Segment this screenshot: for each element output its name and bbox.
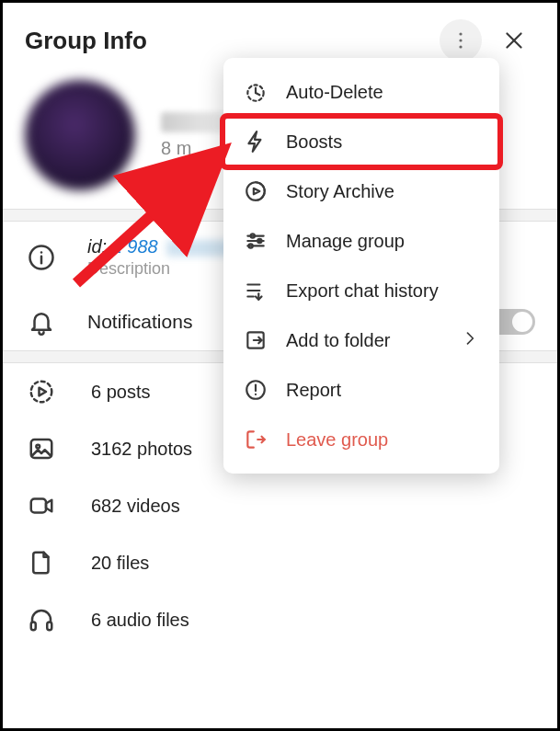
menu-export-history-label: Export chat history bbox=[286, 280, 439, 302]
menu-story-archive[interactable]: Story Archive bbox=[223, 166, 499, 216]
info-icon bbox=[28, 244, 55, 271]
bell-icon bbox=[28, 308, 55, 336]
menu-boosts-label: Boosts bbox=[286, 131, 342, 153]
svg-marker-9 bbox=[40, 388, 47, 396]
menu-export-history[interactable]: Export chat history bbox=[223, 266, 499, 315]
image-icon bbox=[28, 435, 55, 463]
close-icon bbox=[502, 29, 526, 52]
menu-auto-delete[interactable]: Auto-Delete bbox=[223, 67, 499, 117]
more-menu: Auto-Delete Boosts Story Archive bbox=[223, 58, 499, 474]
media-files-row[interactable]: 20 files bbox=[3, 534, 557, 591]
bolt-icon bbox=[244, 130, 268, 154]
folder-add-icon bbox=[244, 328, 268, 352]
more-menu-button[interactable] bbox=[440, 19, 482, 62]
menu-add-folder-label: Add to folder bbox=[286, 330, 390, 351]
svg-point-0 bbox=[459, 32, 462, 35]
alert-icon bbox=[244, 378, 268, 402]
svg-point-2 bbox=[459, 45, 462, 48]
more-vertical-icon bbox=[450, 29, 472, 51]
avatar[interactable] bbox=[25, 80, 135, 190]
media-posts-label: 6 posts bbox=[91, 382, 150, 403]
svg-point-30 bbox=[255, 394, 257, 395]
svg-rect-13 bbox=[31, 622, 36, 631]
media-files-label: 20 files bbox=[91, 553, 149, 574]
posts-icon bbox=[28, 378, 55, 405]
menu-leave-group[interactable]: Leave group bbox=[223, 415, 499, 464]
svg-marker-17 bbox=[254, 188, 260, 195]
menu-report[interactable]: Report bbox=[223, 365, 499, 415]
media-photos-label: 3162 photos bbox=[91, 439, 192, 460]
menu-manage-group-label: Manage group bbox=[286, 231, 405, 252]
menu-boosts[interactable]: Boosts bbox=[223, 117, 499, 166]
notifications-label: Notifications bbox=[87, 311, 192, 332]
svg-point-8 bbox=[31, 382, 52, 403]
svg-point-1 bbox=[459, 39, 462, 41]
svg-point-7 bbox=[40, 251, 43, 254]
menu-leave-group-label: Leave group bbox=[286, 429, 388, 451]
archive-play-icon bbox=[244, 179, 268, 203]
svg-point-11 bbox=[36, 445, 40, 449]
headphones-icon bbox=[28, 606, 55, 634]
sliders-icon bbox=[244, 229, 268, 253]
video-icon bbox=[28, 492, 55, 520]
svg-rect-12 bbox=[31, 499, 46, 513]
id-hidden-part bbox=[166, 240, 231, 257]
menu-manage-group[interactable]: Manage group bbox=[223, 216, 499, 266]
media-videos-row[interactable]: 682 videos bbox=[3, 477, 557, 534]
chevron-right-icon bbox=[461, 329, 479, 348]
file-icon bbox=[28, 549, 55, 577]
page-title: Group Info bbox=[25, 27, 429, 55]
close-button[interactable] bbox=[493, 19, 535, 62]
export-icon bbox=[244, 279, 268, 303]
menu-report-label: Report bbox=[286, 380, 341, 401]
menu-auto-delete-label: Auto-Delete bbox=[286, 82, 383, 103]
menu-add-folder[interactable]: Add to folder bbox=[223, 315, 499, 365]
leave-icon bbox=[244, 428, 268, 451]
media-audio-row[interactable]: 6 audio files bbox=[3, 591, 557, 648]
menu-story-archive-label: Story Archive bbox=[286, 181, 394, 202]
id-value: 1 988 bbox=[112, 236, 158, 257]
timer-icon bbox=[244, 80, 268, 104]
id-prefix: id: bbox=[87, 236, 107, 257]
media-audio-label: 6 audio files bbox=[91, 610, 189, 631]
media-videos-label: 682 videos bbox=[91, 496, 180, 517]
svg-rect-14 bbox=[47, 622, 51, 631]
